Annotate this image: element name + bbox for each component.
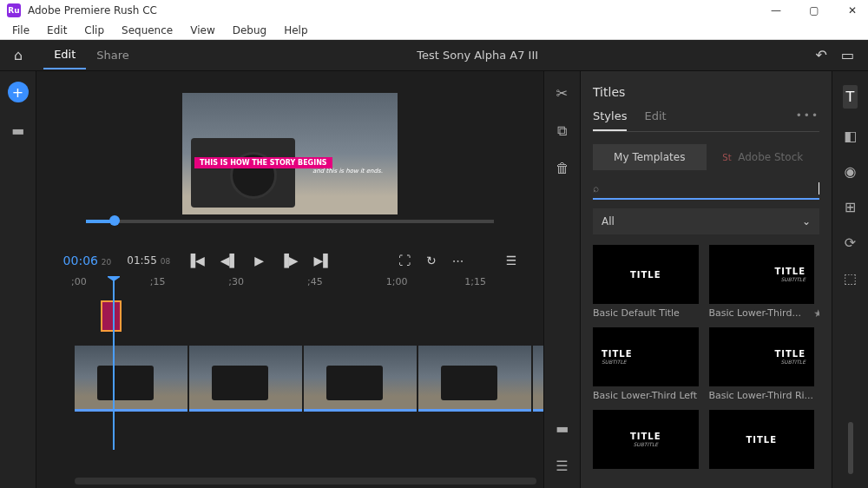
step-forward-icon[interactable]: ▐▶ [279, 254, 299, 267]
title-overlay-main: THIS IS HOW THE STORY BEGINS [194, 157, 332, 168]
menu-help[interactable]: Help [275, 23, 316, 38]
ruler-tick: ;30 [228, 276, 307, 297]
menu-view[interactable]: View [181, 23, 223, 38]
ruler-tick: ;15 [150, 276, 229, 297]
timeline-scrollbar[interactable] [75, 478, 536, 485]
panel-more-icon[interactable]: ••• [796, 109, 819, 122]
menu-debug[interactable]: Debug [224, 23, 275, 38]
audio-tool-icon[interactable]: ⟳ [845, 234, 856, 251]
preview-frame[interactable]: THIS IS HOW THE STORY BEGINS and this is… [182, 93, 398, 214]
template-label: Basic Lower-Third Ri... [709, 390, 815, 401]
transform-tool-icon[interactable]: ⬚ [844, 270, 857, 287]
template-tile[interactable]: TITLE SUBTITLE Basic Lower-Third Left [593, 327, 699, 401]
video-clip[interactable] [533, 346, 543, 412]
ruler-tick: ;45 [307, 276, 386, 297]
transitions-tool-icon[interactable]: ◧ [844, 128, 857, 144]
preview-scrubber[interactable] [86, 220, 494, 223]
zoom-slider[interactable] [848, 422, 853, 474]
video-clip[interactable] [418, 346, 531, 412]
duplicate-icon[interactable]: ⧉ [557, 122, 567, 139]
project-panel-icon[interactable]: ▬ [8, 120, 29, 141]
thumb-title: TITLE [602, 349, 633, 359]
template-thumb: TITLE SUBTITLE [709, 327, 815, 386]
thumb-title: TITLE [630, 270, 661, 280]
template-grid: TITLE Basic Default Title TITLE SUBTITLE… [593, 245, 819, 472]
template-tile[interactable]: TITLE Basic Default Title [593, 245, 699, 319]
timeline-tools: ✂ ⧉ 🗑 ▬ ☰ [543, 71, 580, 488]
play-icon[interactable]: ▶ [254, 254, 264, 267]
add-media-button[interactable]: + [8, 82, 29, 102]
minimize-button[interactable]: — [767, 4, 785, 16]
thumb-subtitle: SUBTITLE [780, 359, 806, 365]
source-adobe-stock[interactable]: St Adobe Stock [707, 144, 820, 170]
playhead[interactable] [113, 276, 115, 450]
titles-tool-icon[interactable]: T [843, 85, 858, 109]
ruler-tick: 1;00 [386, 276, 465, 297]
source-my-templates[interactable]: My Templates [593, 144, 707, 170]
clip-thumbnail [326, 366, 383, 400]
app-title: Adobe Premiere Rush CC [28, 4, 767, 16]
more-controls-icon[interactable]: ⋯ [452, 254, 464, 267]
titles-panel: Titles Styles Edit ••• My Templates St A… [580, 71, 832, 488]
maximize-button[interactable]: ▢ [806, 4, 823, 16]
tab-share[interactable]: Share [86, 42, 140, 69]
template-tile[interactable]: TITLE SUBTITLE ★ Basic Lower-Third... [709, 245, 815, 319]
video-clip[interactable] [189, 346, 302, 412]
loop-icon[interactable]: ↻ [426, 254, 437, 267]
video-clip[interactable] [304, 346, 417, 412]
project-title: Test Sony Alpha A7 III [140, 49, 816, 62]
template-thumb: TITLE [593, 245, 699, 304]
scrubber-handle[interactable] [109, 215, 120, 226]
comment-icon[interactable]: ▭ [841, 47, 854, 63]
thumb-subtitle: SUBTITLE [780, 276, 806, 282]
delete-icon[interactable]: 🗑 [556, 160, 569, 176]
undo-icon[interactable]: ↶ [815, 47, 826, 63]
goto-end-icon[interactable]: ▶▌ [314, 254, 333, 267]
ruler-tick: ;00 [71, 276, 150, 297]
template-tile[interactable]: TITLE SUBTITLE Basic Lower-Third Ri... [709, 327, 815, 401]
thumb-subtitle: SUBTITLE [602, 359, 627, 365]
tab-edit-title[interactable]: Edit [644, 109, 666, 131]
filter-dropdown[interactable]: All ⌄ [593, 208, 819, 234]
template-thumb: TITLE SUBTITLE [593, 327, 699, 386]
tab-edit[interactable]: Edit [43, 41, 86, 69]
preview-monitor: THIS IS HOW THE STORY BEGINS and this is… [36, 71, 543, 245]
template-thumb: TITLE SUBTITLE ★ [709, 245, 815, 304]
clip-thumbnail [441, 366, 497, 400]
home-icon[interactable]: ⌂ [14, 47, 23, 63]
tab-styles[interactable]: Styles [593, 109, 627, 131]
timeline-options-icon[interactable]: ☰ [506, 254, 517, 267]
thumb-title: TITLE [774, 349, 806, 359]
scissors-icon[interactable]: ✂ [556, 85, 568, 102]
app-icon: Ru [7, 3, 21, 17]
speed-tool-icon[interactable]: ⊞ [845, 199, 856, 215]
color-tool-icon[interactable]: ◉ [845, 163, 857, 180]
clip-thumbnail [97, 366, 154, 400]
template-tile[interactable]: TITLE [709, 410, 815, 472]
search-input[interactable] [604, 182, 817, 195]
track-expand-icon[interactable]: ☰ [556, 458, 568, 474]
template-label: Basic Lower-Third... [709, 307, 815, 319]
fullscreen-icon[interactable]: ⛶ [398, 254, 411, 267]
menu-sequence[interactable]: Sequence [113, 23, 181, 38]
search-field[interactable]: ⌕ [593, 179, 819, 200]
menu-edit[interactable]: Edit [38, 23, 76, 38]
track-control-icon[interactable]: ▬ [556, 420, 569, 437]
favorite-icon[interactable]: ★ [813, 307, 819, 320]
thumb-title: TITLE [774, 267, 806, 276]
menu-clip[interactable]: Clip [76, 23, 113, 38]
filter-label: All [602, 215, 615, 228]
left-toolbar: + ▬ [0, 71, 36, 488]
title-clip[interactable] [101, 300, 122, 332]
template-label: Basic Lower-Third Left [593, 390, 699, 401]
template-thumb: TITLE [709, 410, 815, 469]
menu-file[interactable]: File [3, 23, 38, 38]
video-clip[interactable] [75, 346, 187, 412]
template-tile[interactable]: TITLE SUBTITLE [593, 410, 699, 472]
step-back-icon[interactable]: ◀▌ [220, 254, 240, 267]
timecode-total: 01:55 08 [127, 254, 170, 267]
text-cursor [819, 182, 819, 195]
goto-start-icon[interactable]: ▐◀ [186, 254, 205, 267]
close-button[interactable]: ✕ [844, 4, 861, 16]
timeline[interactable]: ;00 ;15 ;30 ;45 1;00 1;15 [36, 276, 543, 488]
